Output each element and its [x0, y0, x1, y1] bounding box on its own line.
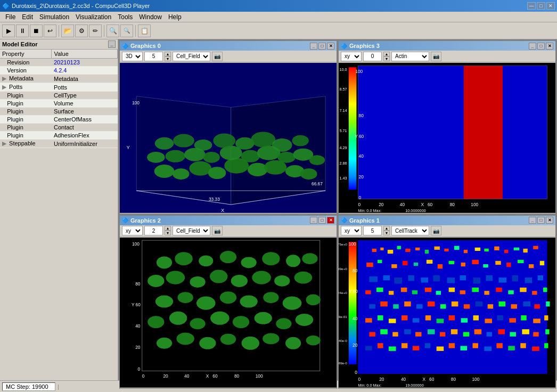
svg-rect-235 [440, 332, 445, 336]
svg-rect-179 [525, 277, 533, 283]
menu-tools[interactable]: Tools [114, 13, 136, 21]
svg-text:80: 80 [135, 281, 141, 287]
graphics-3-spin-up[interactable]: ▲ [383, 52, 390, 56]
graphics-1-spin-down[interactable]: ▼ [383, 231, 390, 235]
clipboard-button[interactable]: 📋 [138, 24, 151, 37]
property-cell: Plugin [0, 92, 52, 100]
edit-button[interactable]: ✏ [89, 24, 102, 37]
graphics-0-mode-select[interactable]: 3Dxyxzyz [122, 52, 143, 61]
graphics-3-maximize[interactable]: □ [537, 43, 545, 50]
menu-file[interactable]: File [2, 13, 19, 21]
svg-rect-159 [461, 263, 465, 266]
graphics-0-spin-up[interactable]: ▲ [165, 52, 171, 56]
svg-point-83 [252, 271, 271, 284]
play-button[interactable]: ▶ [2, 24, 15, 37]
graphics-2-field-select[interactable]: Cell_Field [173, 226, 210, 235]
menu-visualization[interactable]: Visualization [72, 13, 114, 21]
graphics-3-camera-button[interactable]: 📷 [431, 52, 441, 61]
graphics-0-minimize[interactable]: _ [310, 43, 317, 50]
svg-point-109 [306, 335, 321, 345]
svg-rect-168 [383, 275, 390, 280]
value-cell: CellType [52, 92, 118, 100]
zoom-in-button[interactable]: 🔍 [107, 24, 119, 37]
svg-rect-203 [440, 304, 446, 308]
svg-rect-260 [544, 343, 548, 348]
svg-point-84 [274, 275, 290, 287]
graphics-2-maximize[interactable]: □ [318, 217, 326, 224]
svg-text:0: 0 [355, 369, 357, 374]
zoom-out-button[interactable]: 🔍 [120, 24, 133, 37]
value-cell: Metadata [52, 75, 118, 83]
property-cell: ▶ Metadata [0, 75, 52, 83]
graphics-3-close[interactable]: ✕ [546, 43, 553, 50]
graphics-3-spin-down[interactable]: ▼ [383, 56, 390, 61]
graphics-0-spin-down[interactable]: ▼ [165, 56, 171, 61]
graphics-3-step-input[interactable] [363, 52, 382, 61]
svg-rect-175 [473, 277, 481, 283]
graphics-area: 🔷 Graphics 0 _ □ ✕ 3Dxyxzyz ▲ ▼ [118, 39, 557, 380]
svg-rect-239 [487, 332, 492, 336]
expand-arrow-icon[interactable]: ▶ [2, 75, 8, 81]
graphics-1-minimize[interactable]: _ [529, 217, 536, 224]
close-button[interactable]: ✕ [546, 2, 555, 10]
svg-rect-193 [508, 290, 513, 294]
graphics-3-minimize[interactable]: _ [529, 43, 536, 50]
property-cell: ▶ Steppable [0, 140, 52, 148]
graphics-2-spin-up[interactable]: ▲ [165, 226, 171, 231]
graphics-2-minimize[interactable]: _ [310, 217, 317, 224]
svg-text:100: 100 [132, 241, 140, 246]
expand-arrow-icon[interactable]: ▶ [2, 140, 8, 146]
graphics-1-mode-select[interactable]: xy3Dxzyz [341, 226, 362, 235]
svg-text:X: X [421, 202, 424, 207]
graphics-2-camera-button[interactable]: 📷 [212, 226, 223, 235]
svg-text:20: 20 [135, 344, 141, 349]
graphics-2-mode-select[interactable]: xy3Dxzyz [122, 226, 143, 235]
menu-simulation[interactable]: Simulation [36, 13, 72, 21]
svg-rect-240 [498, 329, 505, 334]
graphics-0-step-input[interactable] [144, 52, 163, 61]
graphics-1-close[interactable]: ✕ [546, 217, 553, 224]
graphics-1-field-select[interactable]: CellTrackCell_FieldActin [391, 226, 429, 235]
menu-edit[interactable]: Edit [19, 13, 36, 21]
menu-window[interactable]: Window [136, 13, 165, 21]
svg-text:19.000000: 19.000000 [405, 382, 424, 387]
svg-rect-234 [428, 329, 435, 334]
svg-text:X: X [206, 373, 209, 379]
graphics-1-spin-up[interactable]: ▲ [383, 226, 390, 231]
svg-rect-209 [511, 304, 517, 308]
maximize-button[interactable]: □ [537, 2, 545, 10]
graphics-1-camera-button[interactable]: 📷 [431, 226, 441, 235]
step-back-button[interactable]: ↩ [44, 24, 56, 37]
pause-button[interactable]: ⏸ [16, 24, 29, 37]
panel-minimize-button[interactable]: _ [108, 40, 116, 48]
svg-rect-182 [376, 288, 383, 292]
svg-text:66.67: 66.67 [312, 181, 323, 186]
graphics-1-maximize[interactable]: □ [537, 217, 545, 224]
graphics-3-mode-select[interactable]: xy3Dxzyz [341, 52, 362, 61]
graphics-0-close[interactable]: ✕ [327, 43, 334, 50]
menu-help[interactable]: Help [165, 13, 185, 21]
graphics-2-step-input[interactable] [144, 226, 163, 235]
graphics-2-spin-down[interactable]: ▼ [165, 231, 171, 235]
svg-rect-233 [415, 332, 421, 336]
table-row: PluginVolume [0, 100, 118, 108]
svg-rect-218 [425, 315, 431, 320]
minimize-button[interactable]: — [527, 2, 536, 10]
svg-rect-169 [394, 277, 402, 283]
expand-arrow-icon[interactable]: ▶ [2, 84, 8, 90]
graphics-3-field-select[interactable]: ActinCell_FieldCellTrack [391, 52, 429, 61]
graphics-0-maximize[interactable]: □ [318, 43, 326, 50]
graphics-0-field-select[interactable]: Cell_Field [173, 52, 210, 61]
graphics-1-step-input[interactable] [363, 226, 382, 235]
value-cell: UniformInitializer [52, 140, 118, 148]
graphics-0-camera-button[interactable]: 📷 [212, 52, 223, 61]
svg-text:7.14: 7.14 [339, 108, 347, 113]
svg-point-26 [155, 137, 174, 150]
settings-button[interactable]: ⚙ [75, 24, 88, 37]
graphics-2-close[interactable]: ✕ [327, 217, 334, 224]
svg-rect-215 [389, 318, 396, 323]
mc-step-label: MC Step: [6, 383, 30, 390]
svg-point-107 [263, 333, 279, 344]
open-button[interactable]: 📂 [61, 24, 74, 37]
stop-button[interactable]: ⏹ [30, 24, 43, 37]
